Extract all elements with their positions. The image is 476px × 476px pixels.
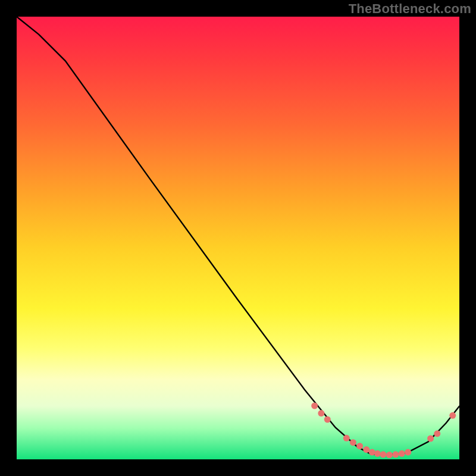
curve-marker [399, 450, 405, 457]
curve-marker [324, 416, 331, 423]
curve-marker [318, 410, 324, 416]
curve-marker [434, 430, 440, 437]
curve-marker [449, 412, 456, 419]
curve-marker [356, 443, 363, 449]
curve-marker [311, 403, 318, 409]
curve-marker [363, 446, 369, 453]
chart-svg [17, 17, 459, 459]
curve-marker [386, 452, 393, 458]
curve-marker [374, 450, 381, 457]
watermark-text: TheBottleneck.com [349, 1, 471, 17]
curve-marker [343, 435, 350, 441]
chart-frame: TheBottleneck.com [0, 0, 476, 476]
curve-marker [380, 451, 387, 458]
curve-marker [350, 439, 356, 446]
curve-marker [427, 436, 434, 442]
curve-marker [405, 449, 411, 456]
bottleneck-curve [17, 17, 459, 455]
curve-marker [392, 451, 399, 458]
curve-marker-group [311, 403, 456, 459]
